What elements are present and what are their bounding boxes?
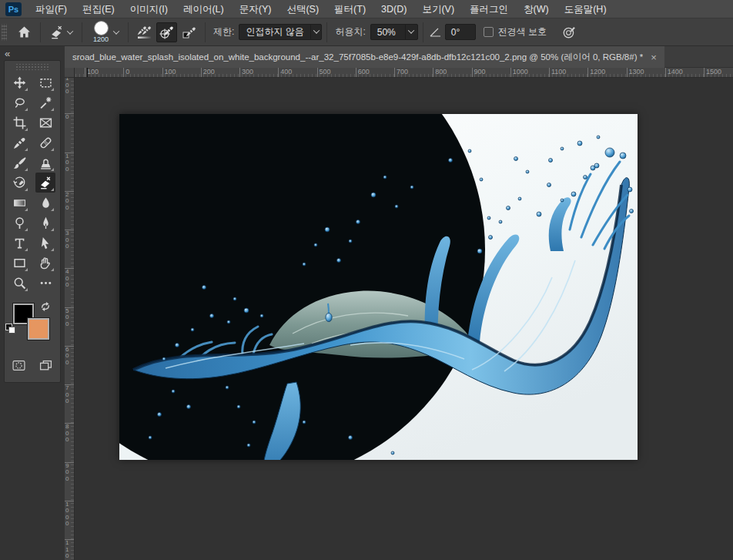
marquee-icon	[39, 76, 52, 89]
frame-icon	[39, 116, 52, 129]
separator	[82, 22, 82, 42]
dodge-tool-button[interactable]	[9, 213, 29, 233]
limit-dropdown[interactable]: 인접하지 않음	[239, 24, 322, 40]
chevron-down-icon	[67, 28, 73, 34]
ruler-corner	[65, 68, 75, 78]
screen-mode-button[interactable]	[39, 359, 52, 374]
v-ruler-label: 6 0 0	[65, 346, 74, 367]
brush-size-value: 1200	[93, 36, 109, 43]
dodge-icon	[13, 216, 26, 230]
v-ruler-label: 5 0 0	[65, 307, 74, 328]
brush-tool-button[interactable]	[9, 153, 29, 173]
v-ruler-label: 1 1 0 0	[65, 539, 74, 560]
canvas-workspace	[75, 78, 733, 560]
brush-preview: 1200	[93, 21, 109, 43]
history-icon	[13, 176, 26, 189]
gradient-tool-button[interactable]	[9, 193, 29, 213]
pen-icon	[39, 216, 52, 230]
photoshop-logo[interactable]: Ps	[5, 2, 22, 16]
blur-tool-button[interactable]	[35, 193, 55, 213]
tolerance-label: 허용치:	[335, 25, 365, 39]
blur-icon	[39, 196, 52, 210]
menu-view[interactable]: 보기(V)	[414, 0, 462, 18]
crop-tool-button[interactable]	[9, 112, 29, 132]
hand-icon	[39, 257, 52, 270]
tool-preset-picker[interactable]	[45, 22, 77, 43]
menu-help[interactable]: 도움말(H)	[557, 0, 614, 18]
menu-window[interactable]: 창(W)	[516, 0, 557, 18]
h-ruler-label: 1100	[549, 68, 566, 77]
pen-tool-button[interactable]	[35, 213, 55, 233]
vertical-ruler[interactable]: 1 0 001 0 02 0 03 0 04 0 05 0 06 0 07 0 …	[65, 78, 75, 560]
lasso-icon	[13, 96, 26, 109]
menu-layer[interactable]: 레이어(L)	[176, 0, 232, 18]
angle-field[interactable]: 0°	[445, 24, 476, 40]
protect-foreground-checkbox[interactable]	[484, 27, 494, 37]
type-tool-button[interactable]	[9, 233, 29, 253]
document-tab[interactable]: sroad_blue_water_splash_isolated_on_whit…	[65, 46, 664, 68]
protect-foreground-option[interactable]: 전경색 보호	[484, 25, 547, 39]
v-ruler-label: 1 0 0 0	[65, 501, 74, 528]
h-ruler-label: 1200	[587, 68, 605, 77]
zoom-icon	[13, 277, 26, 290]
collapse-panel-button[interactable]: «	[5, 48, 9, 59]
type-icon	[13, 236, 26, 250]
tolerance-dropdown[interactable]: 50%	[370, 24, 418, 40]
background-color-swatch[interactable]	[28, 318, 49, 340]
menu-filter[interactable]: 필터(T)	[326, 0, 373, 18]
clone-stamp-tool-button[interactable]	[35, 153, 55, 173]
protect-foreground-label: 전경색 보호	[498, 25, 547, 39]
h-ruler-label: 1300	[627, 68, 644, 77]
default-colors-icon[interactable]	[5, 324, 16, 334]
menu-edit[interactable]: 편집(E)	[75, 0, 122, 18]
hand-tool-button[interactable]	[35, 253, 55, 273]
eraser-icon	[39, 176, 52, 189]
menu-plugins[interactable]: 플러그인	[462, 0, 516, 18]
quick-mask-button[interactable]	[12, 359, 25, 374]
panel-drag-handle[interactable]	[15, 64, 49, 70]
menu-3d[interactable]: 3D(D)	[373, 0, 414, 18]
select-icon	[39, 236, 52, 250]
lasso-tool-button[interactable]	[9, 92, 29, 112]
brush-pressure-toggle[interactable]	[557, 22, 581, 43]
eyedropper-tool-button[interactable]	[9, 132, 29, 153]
close-icon[interactable]: ×	[651, 52, 657, 62]
move-tool-button[interactable]	[9, 72, 29, 92]
h-ruler-label: 1000	[510, 68, 528, 77]
sampling-continuous-button[interactable]	[134, 22, 155, 42]
limit-value: 인접하지 않음	[239, 25, 310, 39]
menu-file[interactable]: 파일(F)	[28, 0, 75, 18]
menu-image[interactable]: 이미지(I)	[122, 0, 176, 18]
history-brush-tool-button[interactable]	[9, 173, 29, 193]
menu-bar: Ps 파일(F)편집(E)이미지(I)레이어(L)문자(Y)선택(S)필터(T)…	[0, 0, 733, 18]
v-ruler-label: 1 0 0	[65, 78, 74, 96]
home-button[interactable]	[13, 22, 35, 43]
brush-tip-icon	[94, 21, 109, 35]
document-canvas[interactable]	[119, 114, 638, 460]
sampling-once-button[interactable]	[156, 22, 177, 42]
path-selection-tool-button[interactable]	[35, 233, 55, 253]
edit-toolbar-button[interactable]	[35, 273, 55, 293]
frame-tool-button[interactable]	[35, 112, 55, 132]
rectangle-tool-button[interactable]	[9, 253, 29, 273]
sampling-background-swatch-button[interactable]	[179, 22, 199, 42]
brush-size-picker[interactable]: 1200	[87, 22, 123, 43]
background-eraser-tool-button[interactable]	[35, 173, 55, 193]
document-tab-bar: sroad_blue_water_splash_isolated_on_whit…	[65, 46, 733, 68]
horizontal-ruler[interactable]: 1000100200300400500600700800900100011001…	[65, 68, 733, 78]
tools-dock: «	[0, 46, 65, 560]
swap-colors-icon[interactable]	[40, 301, 51, 314]
v-ruler-label: 7 0 0	[65, 384, 74, 405]
marquee-tool-button[interactable]	[35, 72, 55, 92]
dots-icon	[39, 277, 52, 290]
menu-select[interactable]: 선택(S)	[279, 0, 326, 18]
zoom-tool-button[interactable]	[9, 273, 29, 293]
options-bar-grip[interactable]	[2, 24, 7, 41]
healing-brush-tool-button[interactable]	[35, 132, 55, 153]
separator	[326, 22, 327, 42]
quick-selection-tool-button[interactable]	[35, 92, 55, 112]
crop-icon	[13, 116, 26, 129]
h-ruler-label: 300	[239, 68, 253, 77]
menu-type[interactable]: 문자(Y)	[232, 0, 279, 18]
limit-label: 제한:	[213, 25, 234, 39]
